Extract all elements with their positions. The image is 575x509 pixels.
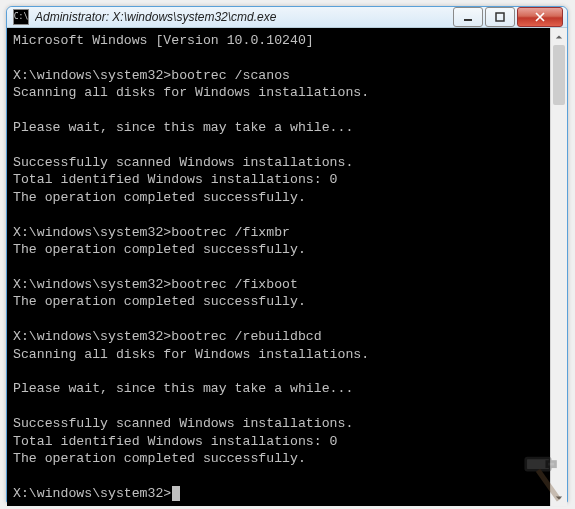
terminal-line [13, 49, 544, 66]
close-icon [535, 12, 545, 22]
minimize-button[interactable] [453, 7, 483, 27]
chevron-down-icon [555, 494, 563, 502]
terminal-line: X:\windows\system32>bootrec /fixboot [13, 276, 544, 293]
maximize-button[interactable] [485, 7, 515, 27]
svg-rect-1 [496, 13, 504, 21]
terminal-line [13, 258, 544, 275]
window-controls [453, 7, 563, 27]
terminal-line: Please wait, since this may take a while… [13, 119, 544, 136]
maximize-icon [495, 12, 505, 22]
terminal-line: The operation completed successfully. [13, 241, 544, 258]
terminal-line: Successfully scanned Windows installatio… [13, 154, 544, 171]
terminal-line: Microsoft Windows [Version 10.0.10240] [13, 32, 544, 49]
terminal-cursor [172, 486, 180, 501]
scroll-track[interactable] [551, 45, 567, 489]
terminal-line: The operation completed successfully. [13, 293, 544, 310]
client-area: Microsoft Windows [Version 10.0.10240] X… [7, 28, 567, 506]
svg-rect-0 [464, 19, 472, 21]
close-button[interactable] [517, 7, 563, 27]
scroll-down-button[interactable] [551, 489, 567, 506]
terminal-line [13, 468, 544, 485]
minimize-icon [463, 12, 473, 22]
terminal-line [13, 398, 544, 415]
terminal-line: Successfully scanned Windows installatio… [13, 415, 544, 432]
terminal-line: Please wait, since this may take a while… [13, 380, 544, 397]
terminal-line: Total identified Windows installations: … [13, 171, 544, 188]
terminal-line [13, 102, 544, 119]
terminal-line: Scanning all disks for Windows installat… [13, 84, 544, 101]
terminal-line [13, 206, 544, 223]
scroll-up-button[interactable] [551, 28, 567, 45]
terminal-line: X:\windows\system32>bootrec /scanos [13, 67, 544, 84]
cmd-icon: C:\ [13, 9, 29, 25]
titlebar[interactable]: C:\ Administrator: X:\windows\system32\c… [7, 7, 567, 28]
cmd-window: C:\ Administrator: X:\windows\system32\c… [6, 6, 568, 503]
terminal-line [13, 363, 544, 380]
scroll-thumb[interactable] [553, 45, 565, 105]
vertical-scrollbar[interactable] [550, 28, 567, 506]
terminal-line: Scanning all disks for Windows installat… [13, 346, 544, 363]
terminal-line: The operation completed successfully. [13, 189, 544, 206]
terminal-prompt: X:\windows\system32> [13, 486, 171, 501]
terminal-line: Total identified Windows installations: … [13, 433, 544, 450]
chevron-up-icon [555, 33, 563, 41]
terminal-line [13, 311, 544, 328]
terminal-output[interactable]: Microsoft Windows [Version 10.0.10240] X… [7, 28, 550, 506]
window-title: Administrator: X:\windows\system32\cmd.e… [35, 10, 453, 24]
terminal-prompt-line[interactable]: X:\windows\system32> [13, 485, 544, 502]
terminal-line [13, 137, 544, 154]
terminal-line: X:\windows\system32>bootrec /fixmbr [13, 224, 544, 241]
terminal-line: The operation completed successfully. [13, 450, 544, 467]
terminal-line: X:\windows\system32>bootrec /rebuildbcd [13, 328, 544, 345]
